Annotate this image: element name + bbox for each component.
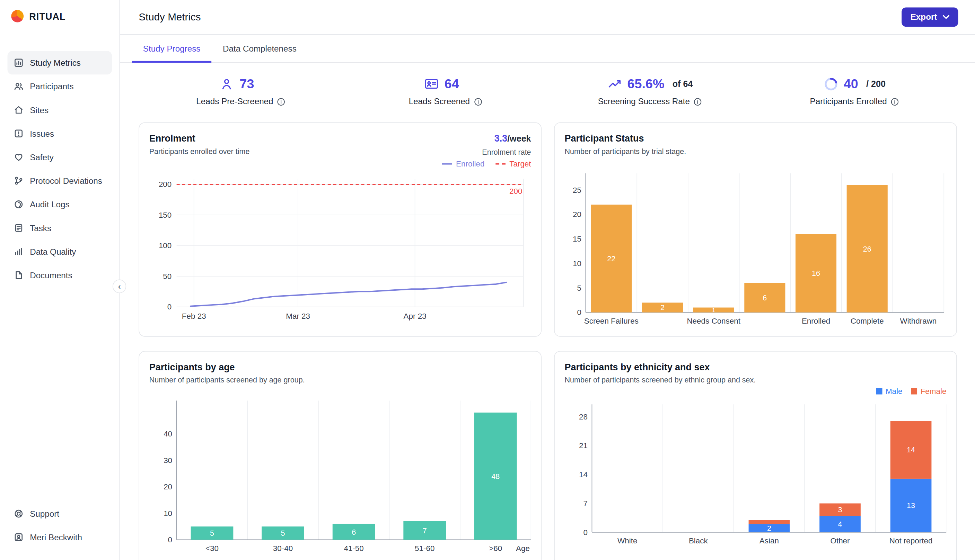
card-title: Participants by age: [149, 361, 305, 372]
sidebar-item-label: Tasks: [30, 223, 51, 233]
sidebar-item-protocol-deviations[interactable]: Protocol Deviations: [8, 169, 112, 192]
svg-text:14: 14: [579, 470, 588, 479]
safety-icon: [13, 152, 23, 162]
card-subtitle: Number of participants screened by ethni…: [564, 376, 756, 385]
female-swatch: [911, 388, 918, 395]
svg-text:28: 28: [579, 413, 588, 421]
svg-text:26: 26: [863, 245, 871, 253]
svg-text:50: 50: [163, 272, 172, 281]
user-icon: [13, 532, 23, 542]
sidebar-item-documents[interactable]: Documents: [8, 263, 112, 287]
brand: RITUAL: [8, 8, 112, 23]
documents-icon: [13, 270, 23, 280]
info-icon[interactable]: [277, 97, 286, 106]
audit-logs-icon: [13, 199, 23, 209]
svg-text:14: 14: [907, 446, 915, 454]
card-subtitle: Number of participants by trial stage.: [564, 147, 686, 156]
svg-text:Black: Black: [689, 537, 708, 545]
svg-text:Feb 23: Feb 23: [182, 312, 206, 320]
brand-logo-icon: [11, 10, 23, 22]
sidebar-item-study-metrics[interactable]: Study Metrics: [8, 51, 112, 74]
issues-icon: [13, 128, 23, 138]
info-icon[interactable]: [694, 97, 702, 106]
chevron-down-icon: [943, 15, 950, 19]
sidebar-item-issues[interactable]: Issues: [8, 122, 112, 145]
svg-text:30-40: 30-40: [273, 544, 293, 553]
charts-grid: Enrolment Participants enrolled over tim…: [139, 123, 957, 560]
legend-male: Male: [876, 387, 903, 396]
sidebar-item-user[interactable]: Meri Beckwith: [8, 525, 112, 549]
tab-study-progress[interactable]: Study Progress: [132, 35, 211, 62]
sidebar-item-label: Support: [30, 509, 59, 518]
sidebar-collapse-button[interactable]: ‹: [113, 280, 126, 293]
card-title: Participant Status: [564, 133, 686, 143]
svg-text:0: 0: [167, 302, 172, 311]
stat-label: Participants Enrolled: [810, 97, 887, 106]
sidebar-item-participants[interactable]: Participants: [8, 74, 112, 98]
stat-leads-prescreened: 73 Leads Pre-Screened: [139, 77, 343, 106]
stat-screening-success-rate: 65.6% of 64 Screening Success Rate: [548, 77, 752, 106]
sidebar-item-label: Study Metrics: [30, 58, 81, 67]
tab-data-completeness[interactable]: Data Completeness: [212, 35, 308, 62]
svg-text:>60: >60: [489, 544, 502, 553]
card-title: Enrolment: [149, 133, 250, 143]
page-title: Study Metrics: [139, 11, 201, 23]
card-enrolment: Enrolment Participants enrolled over tim…: [139, 123, 542, 337]
sidebar-item-tasks[interactable]: Tasks: [8, 216, 112, 240]
stat-suffix: of 64: [672, 79, 693, 89]
sidebar-item-support[interactable]: Support: [8, 502, 112, 525]
svg-text:2: 2: [767, 524, 771, 533]
stats-row: 73 Leads Pre-Screened 64 Le: [139, 77, 957, 106]
svg-text:Not reported: Not reported: [890, 537, 933, 545]
svg-text:Needs Consent: Needs Consent: [687, 317, 741, 325]
svg-text:1: 1: [712, 307, 715, 313]
stat-value: 73: [239, 77, 254, 92]
legend-enrolled: Enrolled: [442, 160, 485, 168]
sidebar-item-label: Documents: [30, 271, 72, 280]
stat-label: Leads Pre-Screened: [196, 97, 273, 106]
svg-text:5: 5: [281, 529, 285, 538]
svg-text:15: 15: [573, 235, 581, 243]
sidebar-item-label: Data Quality: [30, 247, 76, 256]
info-icon[interactable]: [891, 97, 900, 106]
svg-text:48: 48: [491, 472, 500, 481]
svg-text:100: 100: [159, 241, 172, 250]
svg-text:5: 5: [210, 529, 214, 538]
export-button[interactable]: Export: [902, 8, 958, 27]
sidebar-item-audit-logs[interactable]: Audit Logs: [8, 192, 112, 216]
sidebar-footer: Support Meri Beckwith: [8, 502, 112, 549]
svg-text:Enrolled: Enrolled: [802, 317, 830, 325]
svg-text:20: 20: [164, 482, 172, 491]
svg-text:7: 7: [423, 527, 427, 535]
brand-name: RITUAL: [29, 11, 65, 22]
svg-text:21: 21: [579, 441, 588, 450]
svg-text:Withdrawn: Withdrawn: [900, 317, 937, 325]
ethnicity-legend: Male Female: [564, 385, 946, 397]
svg-text:150: 150: [159, 211, 172, 220]
svg-text:Age: Age: [516, 544, 530, 553]
svg-text:6: 6: [763, 294, 767, 302]
progress-ring-icon: [824, 77, 838, 91]
age-bar-chart: 0102030405<30530-40641-50751-6048>60Age: [149, 392, 531, 555]
svg-text:2: 2: [661, 303, 664, 312]
svg-text:Complete: Complete: [851, 317, 884, 325]
stat-participants-enrolled: 40 / 200 Participants Enrolled: [752, 77, 957, 106]
enrolled-line-swatch: [442, 163, 453, 165]
svg-text:22: 22: [607, 255, 615, 263]
sidebar-item-safety[interactable]: Safety: [8, 145, 112, 169]
svg-text:200: 200: [159, 180, 172, 188]
info-icon[interactable]: [473, 97, 482, 106]
tab-bar: Study Progress Data Completeness: [120, 35, 975, 63]
svg-text:10: 10: [164, 509, 172, 518]
sidebar-item-data-quality[interactable]: Data Quality: [8, 240, 112, 263]
svg-text:0: 0: [168, 535, 172, 544]
tasks-icon: [13, 223, 23, 233]
target-line-swatch: [496, 163, 506, 165]
svg-text:13: 13: [907, 502, 915, 510]
app-root: RITUAL Study Metrics Participants Sites …: [0, 0, 975, 560]
sidebar-item-label: Audit Logs: [30, 200, 69, 209]
sidebar-item-sites[interactable]: Sites: [8, 98, 112, 122]
main-area: Study Metrics Export Study Progress Data…: [120, 0, 975, 560]
export-button-label: Export: [911, 12, 937, 22]
enrolment-legend: Enrolled Target: [149, 158, 531, 170]
